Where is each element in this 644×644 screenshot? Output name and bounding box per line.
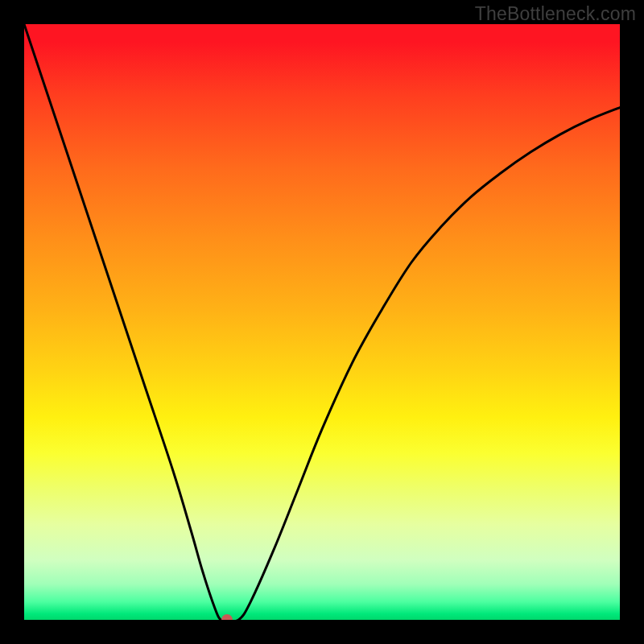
watermark-text: TheBottleneck.com [475,3,636,25]
chart-frame: TheBottleneck.com [0,0,644,644]
plot-area [24,24,620,620]
curve-layer [24,24,620,620]
min-marker [221,614,233,620]
curve-path [24,24,620,620]
